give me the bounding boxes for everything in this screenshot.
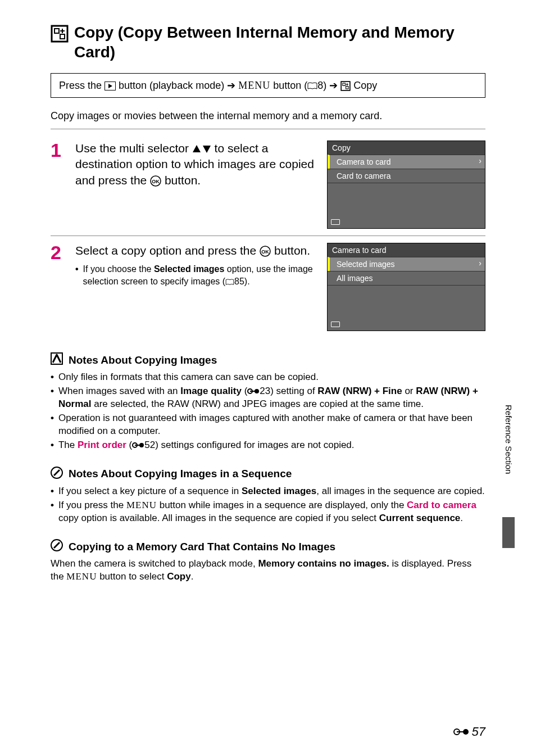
ref-icon — [247, 388, 260, 395]
note-item: Only files in formats that this camera c… — [51, 371, 485, 384]
menu-label: MENU — [126, 500, 157, 510]
book-icon — [225, 279, 234, 286]
page-title: Copy (Copy Between Internal Memory and M… — [74, 22, 485, 62]
book-icon — [307, 82, 317, 90]
lcd-screen-copy: Copy Camera to card Card to camera — [327, 141, 485, 229]
notes-empty-card: Copying to a Memory Card That Contains N… — [51, 539, 485, 583]
menu-label: MENU — [66, 571, 97, 582]
lcd-empty — [328, 183, 485, 228]
note-heading-text: Copying to a Memory Card That Contains N… — [69, 541, 335, 553]
notes-sequence: Notes About Copying Images in a Sequence… — [51, 467, 485, 525]
up-down-icon — [192, 144, 211, 154]
ok-icon: OK — [150, 175, 161, 187]
warn-icon — [51, 352, 63, 368]
note-item: If you select a key picture of a sequenc… — [51, 485, 485, 498]
lcd-row-selected: Camera to card — [328, 155, 485, 169]
lcd-row-selected: Selected images — [328, 257, 485, 271]
navigation-path: Press the button (playback mode) ➔ MENU … — [51, 73, 485, 98]
step-bullets: If you choose the Selected images option… — [75, 263, 318, 287]
lcd-title: Copy — [328, 141, 485, 155]
step-text: Use the multi selector to select a desti… — [75, 141, 318, 188]
svg-rect-5 — [343, 83, 346, 86]
ref-icon — [132, 442, 144, 449]
note-item: The Print order (52) settings configured… — [51, 439, 485, 452]
page-title-row: Copy (Copy Between Internal Memory and M… — [51, 22, 485, 62]
svg-text:OK: OK — [152, 179, 160, 184]
note-item: If you press the MENU button while image… — [51, 499, 485, 525]
step-number: 2 — [51, 243, 66, 331]
menu-label: MENU — [238, 80, 270, 91]
note-item: When images saved with an Image quality … — [51, 385, 485, 411]
note-item: Operation is not guaranteed with images … — [51, 412, 485, 438]
lcd-row: Card to camera — [328, 169, 485, 183]
svg-rect-1 — [54, 29, 59, 33]
pencil-icon — [51, 467, 63, 482]
side-tab — [502, 517, 515, 548]
play-icon — [105, 82, 116, 90]
lcd-empty — [328, 285, 485, 331]
svg-text:OK: OK — [261, 249, 269, 255]
step-text: Select a copy option and press the OK bu… — [75, 243, 318, 259]
svg-rect-6 — [346, 87, 349, 89]
step-1: 1 Use the multi selector to select a des… — [51, 134, 485, 236]
note-body: When the camera is switched to playback … — [51, 558, 485, 583]
ok-icon: OK — [260, 246, 271, 257]
note-heading-text: Notes About Copying Images in a Sequence — [69, 468, 292, 480]
note-heading-text: Notes About Copying Images — [69, 354, 217, 366]
page-number: 57 — [453, 725, 485, 739]
copy-small-icon — [340, 81, 351, 91]
intro-text: Copy images or movies between the intern… — [51, 110, 485, 129]
lcd-row: All images — [328, 271, 485, 285]
step-2: 2 Select a copy option and press the OK … — [51, 236, 485, 338]
lcd-title: Camera to card — [328, 243, 485, 257]
pencil-icon — [51, 539, 63, 554]
notes-copying-images: Notes About Copying Images Only files in… — [51, 352, 485, 452]
step-number: 1 — [51, 141, 66, 229]
svg-rect-2 — [60, 34, 65, 39]
copy-icon — [51, 25, 69, 45]
lcd-screen-camera-to-card: Camera to card Selected images All image… — [327, 243, 485, 331]
side-section-label: Reference Section — [504, 405, 514, 474]
